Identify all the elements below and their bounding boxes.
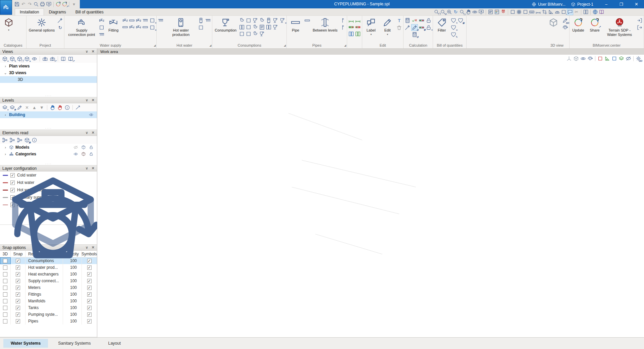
wa-layers-icon[interactable] <box>619 56 624 61</box>
fx-5-icon[interactable] <box>266 17 272 23</box>
align-3-icon[interactable] <box>348 24 354 30</box>
symbols-checkbox[interactable]: ✓ <box>87 312 92 317</box>
ws-tank-icon[interactable] <box>99 24 105 31</box>
fav-edit-icon[interactable]: ✎ <box>450 32 457 38</box>
fx-14-icon[interactable] <box>246 31 252 37</box>
more-icon[interactable]: ▾ <box>71 1 77 7</box>
align-4-icon[interactable] <box>355 24 361 30</box>
hex-cube-icon[interactable] <box>81 145 86 150</box>
check-results-icon[interactable] <box>412 17 418 23</box>
orbit-3d-icon[interactable] <box>562 24 568 31</box>
snap-row-pipes[interactable]: ✓Pipes100✓ <box>0 318 97 325</box>
minimize-button[interactable]: – <box>599 0 614 8</box>
print-icon[interactable] <box>40 1 45 7</box>
ft-7-icon[interactable] <box>136 24 142 30</box>
pipe-button[interactable]: Pipe <box>288 16 303 33</box>
tab-bill-of-quantities[interactable]: Bill of quantities <box>71 8 108 15</box>
wa-clip-red-icon[interactable] <box>597 56 603 61</box>
maximize-button[interactable]: ❐ <box>614 0 629 8</box>
exchanger-icon[interactable] <box>205 17 211 23</box>
close-button[interactable]: ✕ <box>629 0 644 8</box>
lock-small-icon[interactable] <box>89 145 94 150</box>
heater-b-icon[interactable] <box>198 24 204 31</box>
hex-cube-fill-icon[interactable] <box>81 152 86 156</box>
pipe-small-icon[interactable] <box>304 17 310 23</box>
dxf-template-icon[interactable] <box>488 9 493 15</box>
panel-close-icon[interactable]: ✕ <box>92 98 95 102</box>
panel-collapse-icon[interactable]: ∨ <box>86 49 88 54</box>
panel-resize-grip[interactable]: ···· <box>0 94 97 97</box>
slope-ref-icon[interactable] <box>75 105 81 110</box>
ft-5-icon[interactable] <box>122 24 128 30</box>
consumption-delete-icon[interactable]: × <box>279 17 285 23</box>
zoom-region-icon[interactable]: ▭ <box>459 9 465 15</box>
ft-6-icon[interactable] <box>129 24 135 30</box>
select-window-icon[interactable]: ⌐ <box>561 9 567 15</box>
pan-icon[interactable] <box>466 9 471 15</box>
snap-row-tanks[interactable]: ✓Tanks100✓ <box>0 304 97 311</box>
panel-resize-grip[interactable]: ···· <box>0 127 97 130</box>
dropdown-caret-icon[interactable]: ▾ <box>8 29 9 32</box>
tools-icon[interactable]: ✂ <box>574 9 579 15</box>
panel-collapse-icon[interactable]: ∨ <box>86 131 88 135</box>
between-levels-button[interactable]: Between levels <box>311 16 339 33</box>
snap-checkbox[interactable]: ✓ <box>16 286 20 290</box>
fitting-copy-icon[interactable]: + <box>149 17 155 23</box>
riser-a-icon[interactable] <box>340 17 346 23</box>
fav-remove-icon[interactable]: × <box>450 24 457 31</box>
row-plan-views[interactable]: ›Plan views <box>0 63 97 69</box>
row-3d-views[interactable]: ⌄3D views <box>0 69 97 76</box>
supply-connection-point-button[interactable]: Supply connection point <box>65 16 98 37</box>
work-area-tab[interactable]: Work area <box>97 49 644 55</box>
redo-icon[interactable]: ↷ <box>27 1 33 7</box>
align-1-icon[interactable] <box>348 17 354 23</box>
3d-checkbox[interactable] <box>3 299 7 303</box>
view-export-icon[interactable] <box>637 24 643 31</box>
keyboard-input-icon[interactable] <box>529 9 535 15</box>
ft-8-icon[interactable] <box>142 24 148 30</box>
ft-3-icon[interactable] <box>136 17 142 23</box>
zoom-window-icon[interactable]: ❐ <box>434 9 439 15</box>
delete-labels-icon[interactable] <box>396 24 402 31</box>
draw-3d-icon[interactable]: 3D <box>562 17 568 23</box>
3d-checkbox[interactable] <box>3 286 7 290</box>
report-open-icon[interactable]: ↗ <box>68 56 73 62</box>
expand-chevron-icon[interactable]: › <box>3 152 7 156</box>
symbols-checkbox[interactable]: ✓ <box>87 292 92 297</box>
lock-b-icon[interactable]: + <box>426 24 432 31</box>
comment-icon[interactable] <box>567 9 573 15</box>
symbols-checkbox[interactable]: ✓ <box>87 286 92 290</box>
fitting-delete-icon[interactable]: × <box>149 24 155 31</box>
expand-chevron-icon[interactable]: ⌄ <box>3 71 7 75</box>
eye-small-icon[interactable] <box>73 152 78 156</box>
fx-11-icon[interactable] <box>266 24 272 30</box>
wa-clip-green-icon[interactable] <box>604 56 610 61</box>
eye-small-icon[interactable] <box>89 112 94 117</box>
filter-button[interactable]: Filter <box>434 16 449 33</box>
opacity-value[interactable]: 100 <box>63 311 82 318</box>
dimensions-icon[interactable] <box>535 9 541 15</box>
dropdown-caret-icon[interactable]: ▾ <box>370 33 372 36</box>
item-button[interactable]: ▾ <box>1 16 16 32</box>
tab-installation[interactable]: Installation <box>15 8 44 15</box>
set-square-icon[interactable] <box>548 9 554 15</box>
model-visibility-icon[interactable]: ◉ <box>24 137 30 143</box>
export-model-icon[interactable] <box>46 1 52 7</box>
layer-row-sanitary-systems[interactable]: Sanitary Systems <box>0 226 97 234</box>
fx-7-icon[interactable] <box>239 24 245 30</box>
fitting-button[interactable]: Fitting <box>106 16 121 33</box>
tab-diagrams[interactable]: Diagrams <box>44 8 70 15</box>
symbols-checkbox[interactable]: ✓ <box>87 306 92 310</box>
wa-turntable-icon[interactable] <box>587 56 593 61</box>
tree-compact-icon[interactable] <box>2 137 8 143</box>
symbols-checkbox[interactable]: ✓ <box>87 299 92 303</box>
view-copy-icon[interactable]: ❐ <box>17 56 22 62</box>
hot-water-production-button[interactable]: Hot water production <box>165 16 197 37</box>
up-gray-icon[interactable]: ▲ <box>32 105 37 110</box>
text-style-icon[interactable]: T <box>396 17 402 23</box>
wa-clip-blue-icon[interactable] <box>611 56 617 61</box>
align-2-icon[interactable] <box>355 17 361 23</box>
view-import-icon[interactable] <box>637 17 643 23</box>
fx-9-icon[interactable] <box>252 24 258 30</box>
dropdown-caret-icon[interactable]: ▾ <box>387 33 388 36</box>
